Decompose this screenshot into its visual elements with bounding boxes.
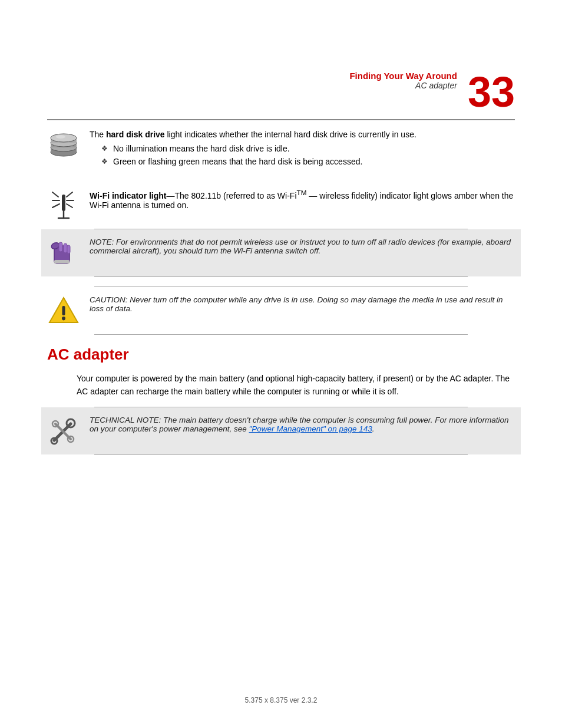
bullet-1: No illumination means the hard disk driv… [101,144,515,153]
chapter-number: 33 [468,71,515,113]
footer-text: 5.375 x 8.375 ver 2.3.2 [245,696,318,704]
svg-line-11 [67,192,72,197]
svg-line-8 [52,192,58,197]
hdd-bullets: No illumination means the hard disk driv… [90,139,515,166]
wifi-icon [47,189,80,219]
svg-rect-14 [62,195,65,211]
tech-note-box: TECHNICAL NOTE: The main battery doesn't… [41,407,521,454]
tech-note-icon [47,416,80,446]
main-content: The hard disk drive light indicates whet… [0,120,562,455]
hdd-bold: hard disk drive [106,130,165,139]
divider-4 [94,334,468,335]
header-text: Finding Your Way Around AC adapter [349,71,457,90]
hdd-text: The hard disk drive light indicates whet… [90,130,515,170]
chapter-title: Finding Your Way Around [349,71,457,81]
svg-rect-22 [54,260,70,263]
chapter-subtitle: AC adapter [349,81,457,90]
hdd-icon [47,130,80,158]
divider-6 [94,454,468,455]
page-footer: 5.375 x 8.375 ver 2.3.2 [0,696,562,704]
svg-point-26 [62,318,65,321]
wifi-row: Wi-Fi indicator light—The 802.11b (refer… [47,179,515,229]
note-icon [47,238,80,268]
bullet-2: Green or flashing green means that the h… [101,157,515,166]
tech-note-link[interactable]: "Power Management" on page 143 [249,424,372,433]
page: Finding Your Way Around AC adapter 33 [0,0,562,728]
page-header: Finding Your Way Around AC adapter 33 [0,0,562,113]
note-text: NOTE: For environments that do not permi… [90,238,515,255]
wifi-text: Wi-Fi indicator light—The 802.11b (refer… [90,189,515,210]
wifi-bold: Wi-Fi indicator light [90,191,167,200]
caution-box: CAUTION: Never turn off the computer whi… [47,287,515,334]
ac-adapter-body: Your computer is powered by the main bat… [47,372,515,398]
svg-rect-20 [64,243,67,253]
hdd-row: The hard disk drive light indicates whet… [47,120,515,179]
header-right: Finding Your Way Around AC adapter 33 [349,71,515,113]
note-box: NOTE: For environments that do not permi… [41,229,521,276]
hdd-rest: light indicates whether the internal har… [165,130,416,139]
caution-icon [47,295,80,326]
tech-note-after: . [372,424,375,433]
svg-point-7 [56,135,65,139]
svg-rect-24 [62,306,65,315]
divider-2 [94,276,468,277]
caution-text: CAUTION: Never turn off the computer whi… [90,295,515,313]
tech-note-text: TECHNICAL NOTE: The main battery doesn't… [90,416,515,433]
svg-line-10 [52,204,59,207]
svg-rect-21 [67,245,70,253]
wifi-intro: Wi-Fi indicator light—The 802.11b (refer… [90,191,513,210]
svg-line-13 [67,204,72,207]
svg-rect-19 [59,242,62,252]
ac-adapter-heading: AC adapter [47,345,515,364]
hdd-intro: The hard disk drive light indicates whet… [90,130,416,139]
